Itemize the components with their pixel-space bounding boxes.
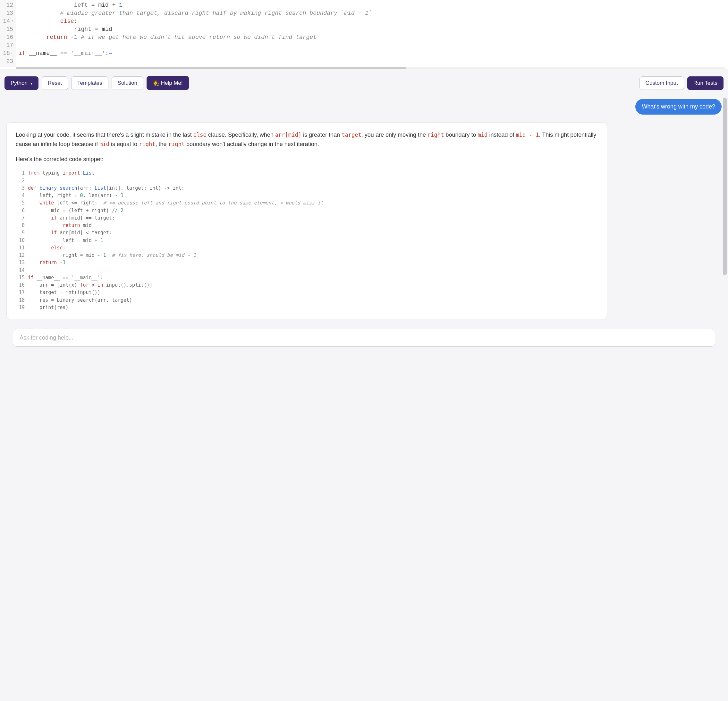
inline-code-mid: mid xyxy=(478,132,488,138)
inline-code-right3: right xyxy=(168,141,185,147)
line-number: 12 xyxy=(1,1,13,9)
code-line[interactable]: return -1 # if we get here we didn't hit… xyxy=(19,33,725,41)
code-line[interactable]: if __name__ == '__main__':↔ xyxy=(19,49,725,58)
inline-code-right: right xyxy=(428,132,444,138)
chat-input[interactable] xyxy=(13,329,715,347)
line-number: 16 xyxy=(1,33,13,41)
code-line[interactable]: right = mid xyxy=(19,25,725,33)
snippet-line-number: 18 xyxy=(16,297,25,304)
snippet-line: 7 if arr[mid] == target: xyxy=(16,214,598,222)
snippet-line-number: 7 xyxy=(16,214,25,222)
snippet-line: 2 xyxy=(16,177,598,185)
snippet-line-number: 6 xyxy=(16,207,25,214)
language-label: Python xyxy=(10,80,27,86)
snippet-line: 5 while left <= right: # <= because left… xyxy=(16,199,598,207)
line-number: 17 xyxy=(1,41,13,49)
line-number: 14▾ xyxy=(1,17,13,25)
run-tests-button[interactable]: Run Tests xyxy=(687,77,724,90)
language-dropdown[interactable]: Python ▾ xyxy=(4,77,39,90)
snippet-line-number: 12 xyxy=(16,252,25,259)
snippet-line: 17 target = int(input()) xyxy=(16,289,598,296)
assistant-paragraph-1: Looking at your code, it seems that ther… xyxy=(16,130,598,149)
fold-toggle-icon[interactable]: ▸ xyxy=(11,51,13,55)
line-number: 23 xyxy=(1,58,13,65)
snippet-line-number: 17 xyxy=(16,289,25,296)
code-body[interactable]: left = mid + 1 # middle greater than tar… xyxy=(16,0,728,67)
line-number: 15 xyxy=(1,25,13,33)
solution-button[interactable]: Solution xyxy=(111,77,143,90)
snippet-line: 8 return mid xyxy=(16,222,598,229)
user-message: What's wrong with my code? xyxy=(635,99,722,114)
line-number: 18▸ xyxy=(1,49,13,58)
snippet-line-number: 9 xyxy=(16,229,25,236)
chevron-down-icon: ▾ xyxy=(30,81,32,86)
inline-code-right2: right xyxy=(139,141,155,147)
snippet-line-number: 8 xyxy=(16,222,25,229)
code-line[interactable]: left = mid + 1 xyxy=(19,1,725,9)
snippet-line-number: 14 xyxy=(16,267,25,274)
code-line[interactable] xyxy=(19,58,725,65)
fold-toggle-icon[interactable]: ▾ xyxy=(11,19,13,23)
chat-input-row xyxy=(0,326,728,356)
snippet-line-number: 1 xyxy=(16,169,25,177)
horizontal-scroll-thumb[interactable] xyxy=(16,67,406,70)
snippet-line: 9 if arr[mid] < target: xyxy=(16,229,598,236)
snippet-line: 10 left = mid + 1 xyxy=(16,237,598,244)
snippet-line-number: 4 xyxy=(16,192,25,199)
snippet-line: 12 right = mid - 1 # fix here, should be… xyxy=(16,252,598,259)
help-label: Help Me! xyxy=(161,80,183,86)
help-emoji-icon: 👩‍⚖️ xyxy=(153,80,159,86)
inline-code-mid1: mid - 1 xyxy=(516,132,539,138)
snippet-line: 13 return -1 xyxy=(16,259,598,266)
snippet-line: 18 res = binary_search(arr, target) xyxy=(16,297,598,304)
reset-button[interactable]: Reset xyxy=(42,77,68,90)
snippet-line: 15if __name__ == '__main__': xyxy=(16,274,598,281)
code-line[interactable] xyxy=(19,41,725,49)
horizontal-scrollbar[interactable] xyxy=(16,67,725,70)
snippet-line: 1from typing import List xyxy=(16,169,598,177)
snippet-line: 11 else: xyxy=(16,244,598,252)
line-number: 13 xyxy=(1,9,13,17)
snippet-line: 4 left, right = 0, len(arr) - 1 xyxy=(16,192,598,199)
inline-code-mid2: mid xyxy=(100,141,109,147)
assistant-message: Looking at your code, it seems that ther… xyxy=(6,122,607,319)
snippet-line: 6 mid = (left + right) // 2 xyxy=(16,207,598,214)
inline-code-else: else xyxy=(194,132,207,138)
snippet-line-number: 13 xyxy=(16,259,25,266)
help-me-button[interactable]: 👩‍⚖️ Help Me! xyxy=(147,76,189,90)
line-gutter: 121314▾15161718▸23 xyxy=(0,0,16,67)
code-snippet: 1from typing import List23def binary_sea… xyxy=(16,169,598,311)
assistant-paragraph-2: Here's the corrected code snippet: xyxy=(16,155,598,164)
snippet-line: 16 arr = [int(x) for x in input().split(… xyxy=(16,281,598,289)
inline-code-arrmid: arr[mid] xyxy=(275,132,302,138)
templates-button[interactable]: Templates xyxy=(71,77,108,90)
code-line[interactable]: else: xyxy=(19,17,725,25)
snippet-line-number: 15 xyxy=(16,274,25,281)
snippet-line-number: 3 xyxy=(16,185,25,192)
chat-area: What's wrong with my code? Looking at yo… xyxy=(0,94,728,326)
snippet-line-number: 11 xyxy=(16,244,25,252)
vertical-scrollbar[interactable] xyxy=(723,98,727,319)
snippet-line-number: 10 xyxy=(16,237,25,244)
snippet-line-number: 5 xyxy=(16,199,25,207)
snippet-line: 3def binary_search(arr: List[int], targe… xyxy=(16,185,598,192)
code-editor-pane: 121314▾15161718▸23 left = mid + 1 # midd… xyxy=(0,0,728,70)
vertical-scroll-thumb[interactable] xyxy=(723,98,727,275)
snippet-line: 19 print(res) xyxy=(16,304,598,311)
code-editor[interactable]: 121314▾15161718▸23 left = mid + 1 # midd… xyxy=(0,0,728,67)
snippet-line-number: 16 xyxy=(16,281,25,289)
snippet-line-number: 2 xyxy=(16,177,25,185)
code-line[interactable]: # middle greater than target, discard ri… xyxy=(19,9,725,17)
snippet-line: 14 xyxy=(16,267,598,274)
inline-code-target: target xyxy=(342,132,361,138)
snippet-line-number: 19 xyxy=(16,304,25,311)
custom-input-button[interactable]: Custom Input xyxy=(640,77,684,90)
toolbar: Python ▾ Reset Templates Solution 👩‍⚖️ H… xyxy=(0,72,728,94)
